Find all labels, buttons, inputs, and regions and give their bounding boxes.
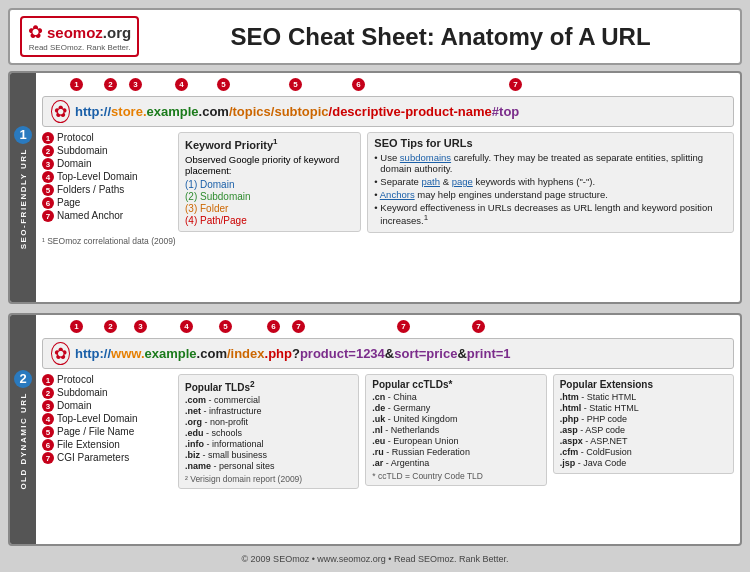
s2-bubble-1: 1 — [70, 320, 83, 333]
ext-cfm: .cfm - ColdFusion — [560, 447, 727, 457]
legend-item-1: 1Protocol — [42, 132, 172, 144]
cctld-cn: .cn - China — [372, 392, 539, 402]
page-title: SEO Cheat Sheet: Anatomy of A URL — [151, 23, 730, 51]
tip-4: Keyword effectiveness in URLs decreases … — [374, 202, 727, 226]
cctld-eu: .eu - European Union — [372, 436, 539, 446]
logo-text: seomoz.org — [47, 24, 131, 41]
bubble-7: 7 — [509, 78, 522, 91]
cctld-de: .de - Germany — [372, 403, 539, 413]
keyword-title: Keyword Priority1 — [185, 137, 354, 151]
keyword-priority-box: Keyword Priority1 Observed Google priori… — [178, 132, 361, 233]
seo-tips-box: SEO Tips for URLs Use subdomains careful… — [367, 132, 734, 233]
cctld-uk: .uk - United Kingdom — [372, 414, 539, 424]
section2-number: 2 — [14, 370, 32, 388]
tip-3: Anchors may help engines understand page… — [374, 189, 727, 200]
url2-gear-icon: ✿ — [51, 342, 70, 365]
kw-pathpage: (4) Path/Page — [185, 215, 354, 226]
section2-info-row: 1Protocol 2Subdomain 3Domain 4Top-Level … — [42, 374, 734, 489]
section1-legend: 1Protocol 2Subdomain 3Domain 4Top-Level … — [42, 132, 172, 233]
s2-bubble-3: 3 — [134, 320, 147, 333]
s2-bubble-4: 4 — [180, 320, 193, 333]
s2-legend-6: 6File Extension — [42, 439, 172, 451]
s2-legend-7: 7CGI Parameters — [42, 452, 172, 464]
ext-html: .html - Static HTML — [560, 403, 727, 413]
legend-item-7: 7Named Anchor — [42, 210, 172, 222]
bubble-6: 6 — [352, 78, 365, 91]
ext-title: Popular Extensions — [560, 379, 727, 390]
s2-bubble-5: 5 — [219, 320, 232, 333]
url-text-1: http://store.example.com/topics/subtopic… — [75, 104, 519, 119]
s2-bubble-6: 6 — [267, 320, 280, 333]
popular-extensions: Popular Extensions .htm - Static HTML .h… — [553, 374, 734, 489]
cctld-ru: .ru - Russian Federation — [372, 447, 539, 457]
section1-footnote: ¹ SEOmoz correlational data (2009) — [42, 236, 734, 246]
bubble-4: 4 — [175, 78, 188, 91]
section2-label: 2 OLD DYNAMIC URL — [10, 315, 36, 544]
popular-cctlds: Popular ccTLDs* .cn - China .de - German… — [365, 374, 546, 489]
section1-text: SEO-FRIENDLY URL — [19, 148, 28, 249]
ext-php: .php - PHP code — [560, 414, 727, 424]
bubble-3: 3 — [129, 78, 142, 91]
url-bar-2: ✿ http://www.example.com/index.php?produ… — [42, 338, 734, 369]
page-wrapper: ✿ seomoz.org Read SEOmoz. Rank Better. S… — [0, 0, 750, 572]
tld-info: .info - informational — [185, 439, 352, 449]
s2-legend-2: 2Subdomain — [42, 387, 172, 399]
section2-legend: 1Protocol 2Subdomain 3Domain 4Top-Level … — [42, 374, 172, 489]
s2-legend-3: 3Domain — [42, 400, 172, 412]
ext-aspx: .aspx - ASP.NET — [560, 436, 727, 446]
tld-biz: .biz - small business — [185, 450, 352, 460]
tld-net: .net - infrastructure — [185, 406, 352, 416]
ext-htm: .htm - Static HTML — [560, 392, 727, 402]
legend-item-2: 2Subdomain — [42, 145, 172, 157]
popular-tlds: Popular TLDs2 .com - commercial .net - i… — [178, 374, 359, 489]
kw-domain: (1) Domain — [185, 179, 354, 190]
section1-label: 1 SEO-FRIENDLY URL — [10, 73, 36, 302]
logo-icon: ✿ — [28, 21, 43, 43]
s2-bubble-7a: 7 — [292, 320, 305, 333]
legend-item-4: 4Top-Level Domain — [42, 171, 172, 183]
tld-com: .com - commercial — [185, 395, 352, 405]
ext-asp: .asp - ASP code — [560, 425, 727, 435]
keyword-desc: Observed Google priority of keyword plac… — [185, 154, 354, 176]
s2-legend-1: 1Protocol — [42, 374, 172, 386]
legend-item-3: 3Domain — [42, 158, 172, 170]
logo-tagline: Read SEOmoz. Rank Better. — [29, 43, 131, 52]
header: ✿ seomoz.org Read SEOmoz. Rank Better. S… — [8, 8, 742, 65]
bubble-5: 5 — [217, 78, 230, 91]
cctld-title: Popular ccTLDs* — [372, 379, 539, 390]
bubble-5b: 5 — [289, 78, 302, 91]
cctld-nl: .nl - Netherlands — [372, 425, 539, 435]
cctld-ar: .ar - Argentina — [372, 458, 539, 468]
section2-text: OLD DYNAMIC URL — [19, 392, 28, 490]
section-dynamic: 2 OLD DYNAMIC URL 1 2 3 4 5 6 7 7 7 ✿ ht… — [8, 313, 742, 546]
cctld-footnote: * ccTLD = Country Code TLD — [372, 471, 539, 481]
s2-bubble-7b: 7 — [397, 320, 410, 333]
section-seo-friendly: 1 SEO-FRIENDLY URL 1 2 3 4 5 5 6 7 ✿ htt… — [8, 71, 742, 304]
s2-legend-4: 4Top-Level Domain — [42, 413, 172, 425]
s2-bubble-7c: 7 — [472, 320, 485, 333]
bubble-2: 2 — [104, 78, 117, 91]
tld-org: .org - non-profit — [185, 417, 352, 427]
url-gear-icon: ✿ — [51, 100, 70, 123]
tld-edu: .edu - schools — [185, 428, 352, 438]
seo-tips-title: SEO Tips for URLs — [374, 137, 727, 149]
s2-legend-5: 5Page / File Name — [42, 426, 172, 438]
tip-1: Use subdomains carefully. They may be tr… — [374, 152, 727, 174]
legend-item-5: 5Folders / Paths — [42, 184, 172, 196]
ext-jsp: .jsp - Java Code — [560, 458, 727, 468]
tld-footnote: ² Verisign domain report (2009) — [185, 474, 352, 484]
section1-content: 1 2 3 4 5 5 6 7 ✿ http://store.example.c… — [36, 73, 740, 302]
bubble-1: 1 — [70, 78, 83, 91]
tld-name: .name - personal sites — [185, 461, 352, 471]
legend-item-6: 6Page — [42, 197, 172, 209]
section2-content: 1 2 3 4 5 6 7 7 7 ✿ http://www.example.c… — [36, 315, 740, 544]
tld-title: Popular TLDs2 — [185, 379, 352, 393]
s2-bubble-2: 2 — [104, 320, 117, 333]
footer: © 2009 SEOmoz • www.seomoz.org • Read SE… — [8, 554, 742, 564]
url-text-2: http://www.example.com/index.php?product… — [75, 346, 511, 361]
tip-2: Separate path & page keywords with hyphe… — [374, 176, 727, 187]
section1-number: 1 — [14, 126, 32, 144]
kw-folder: (3) Folder — [185, 203, 354, 214]
section1-info-row: 1Protocol 2Subdomain 3Domain 4Top-Level … — [42, 132, 734, 233]
logo: ✿ seomoz.org Read SEOmoz. Rank Better. — [20, 16, 139, 57]
